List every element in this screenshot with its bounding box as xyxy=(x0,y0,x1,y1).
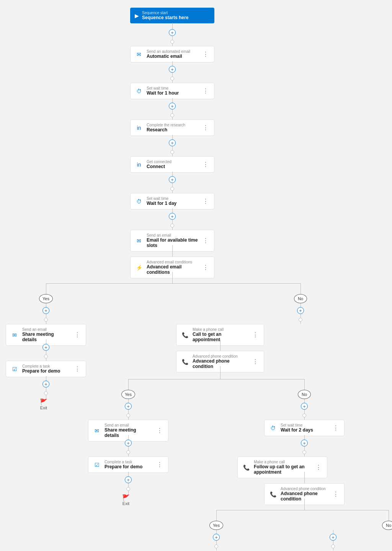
linkedin-icon-1: in xyxy=(134,123,144,132)
n12b-more-btn[interactable]: ⋮ xyxy=(331,491,340,498)
node-followup-call: 📞 Make a phone call Follow up call to ge… xyxy=(237,456,327,478)
add-yes2-btn-3[interactable]: + xyxy=(125,476,132,483)
node-wait-2days: ⏱ Set wait time Wait for 2 days ⋮ xyxy=(264,420,345,436)
yes-branch-label-2: Yes xyxy=(121,390,135,399)
n10a-label: Send an email xyxy=(105,423,152,427)
n11a-more-btn[interactable]: ⋮ xyxy=(155,461,164,469)
start-label: Sequence start xyxy=(142,11,188,15)
n9b-label: Advanced phone condition xyxy=(193,354,248,358)
n1-more-btn[interactable]: ⋮ xyxy=(201,51,210,58)
n9b-more-btn[interactable]: ⋮ xyxy=(251,358,260,366)
n8b-more-btn[interactable]: ⋮ xyxy=(251,331,260,339)
n5-label: Set wait time xyxy=(147,196,198,201)
phone-icon-2: 📞 xyxy=(242,463,251,472)
n10b-label: Set wait time xyxy=(281,423,328,427)
n7-label: Advanced email conditions xyxy=(147,260,198,264)
n2-label: Set wait time xyxy=(147,86,198,90)
node-wait-1day: ⏱ Set wait time Wait for 1 day ⋮ xyxy=(130,193,214,209)
yes-branch-label-3: Yes xyxy=(209,521,223,530)
add-no2-btn-1[interactable]: + xyxy=(301,403,308,410)
no-branch-label-2: No xyxy=(298,390,311,399)
wait-icon-1: ⏱ xyxy=(134,87,144,96)
node-automatic-email: ✉ Send an automated email Automatic emai… xyxy=(130,46,214,62)
n4-more-btn[interactable]: ⋮ xyxy=(201,161,210,168)
node-wait-1hour: ⏱ Set wait time Wait for 1 hour ⋮ xyxy=(130,83,214,99)
n9a-title: Prepare for demo xyxy=(22,368,70,374)
no-branch-label-1: No xyxy=(294,294,307,303)
n9a-label: Complete a task xyxy=(22,364,70,368)
start-icon: ▶ xyxy=(135,13,139,19)
node-prepare-demo-1: ☑ Complete a task Prepare for demo ⋮ xyxy=(6,361,86,377)
wait-icon-3: ⏱ xyxy=(268,423,278,433)
n6-label: Send an email xyxy=(147,233,198,237)
n11b-label: Make a phone call xyxy=(254,460,311,464)
n11a-title: Prepare for demo xyxy=(105,464,152,469)
n3-more-btn[interactable]: ⋮ xyxy=(201,124,210,132)
task-icon-2: ☑ xyxy=(92,460,101,469)
wait-icon-2: ⏱ xyxy=(134,197,144,206)
email-icon-3: ✉ xyxy=(10,330,19,340)
email-icon-2: ✉ xyxy=(134,236,144,245)
n10a-more-btn[interactable]: ⋮ xyxy=(155,427,164,435)
add-step-btn-5[interactable]: + xyxy=(169,176,176,183)
n6-more-btn[interactable]: ⋮ xyxy=(201,237,210,245)
n4-title: Connect xyxy=(147,164,198,169)
n8a-more-btn[interactable]: ⋮ xyxy=(73,331,82,339)
add-no-btn-1[interactable]: + xyxy=(297,307,304,314)
n8a-label: Send an email xyxy=(22,327,70,332)
node-research: in Complete the research Research ⋮ xyxy=(130,119,214,136)
n11b-more-btn[interactable]: ⋮ xyxy=(314,464,323,471)
add-yes-btn-3[interactable]: + xyxy=(42,381,49,387)
add-no3-btn-1[interactable]: + xyxy=(330,534,336,541)
adv-phone-icon-1: 📞 xyxy=(180,357,189,366)
phone-icon-1: 📞 xyxy=(180,330,189,340)
add-yes3-btn-1[interactable]: + xyxy=(213,534,220,541)
adv-email-icon: ⚡ xyxy=(134,263,144,272)
n11b-title: Follow up call to get an appointment xyxy=(254,464,311,475)
email-icon: ✉ xyxy=(134,50,144,59)
n1-label: Send an automated email xyxy=(147,49,198,54)
n10b-title: Wait for 2 days xyxy=(281,427,328,433)
add-yes-btn-2[interactable]: + xyxy=(42,344,49,351)
no-branch-label-3: No xyxy=(382,521,392,530)
add-no2-btn-2[interactable]: + xyxy=(301,440,308,446)
add-step-btn-3[interactable]: + xyxy=(169,103,176,110)
yes-branch-label-1: Yes xyxy=(39,294,53,303)
add-step-btn-2[interactable]: + xyxy=(169,66,176,73)
n2-more-btn[interactable]: ⋮ xyxy=(201,87,210,95)
add-yes-btn-1[interactable]: + xyxy=(42,307,49,314)
add-step-btn-4[interactable]: + xyxy=(169,139,176,146)
n12b-label: Advanced phone condition xyxy=(281,487,328,491)
add-yes2-btn-2[interactable]: + xyxy=(125,440,132,446)
flow-canvas: ▶ Sequence start Sequence starts here + … xyxy=(0,0,392,551)
n8b-label: Make a phone call xyxy=(193,327,248,332)
n11a-label: Complete a task xyxy=(105,460,152,464)
n4-label: Get connected xyxy=(147,160,198,164)
n3-title: Research xyxy=(147,127,198,132)
node-connect: in Get connected Connect ⋮ xyxy=(130,156,214,173)
n10b-more-btn[interactable]: ⋮ xyxy=(331,424,340,432)
n5-more-btn[interactable]: ⋮ xyxy=(201,198,210,205)
n7-more-btn[interactable]: ⋮ xyxy=(201,264,210,271)
adv-phone-icon-2: 📞 xyxy=(268,490,278,499)
email-icon-4: ✉ xyxy=(92,426,101,435)
start-node: ▶ Sequence start Sequence starts here xyxy=(130,8,214,23)
add-step-btn-6[interactable]: + xyxy=(169,213,176,220)
node-prepare-demo-2: ☑ Complete a task Prepare for demo ⋮ xyxy=(88,456,168,473)
n9a-more-btn[interactable]: ⋮ xyxy=(73,365,82,373)
n5-title: Wait for 1 day xyxy=(147,201,198,206)
exit-node-2: 🚩 Exit xyxy=(122,494,130,506)
linkedin-icon-2: in xyxy=(134,160,144,169)
n3-label: Complete the research xyxy=(147,123,198,127)
task-icon-1: ☑ xyxy=(10,365,19,374)
n1-title: Automatic email xyxy=(147,54,198,59)
n2-title: Wait for 1 hour xyxy=(147,90,198,96)
add-step-btn-1[interactable]: + xyxy=(169,29,176,36)
start-title: Sequence starts here xyxy=(142,15,188,20)
add-yes2-btn-1[interactable]: + xyxy=(125,403,132,410)
exit-node-1: 🚩 Exit xyxy=(40,398,47,410)
